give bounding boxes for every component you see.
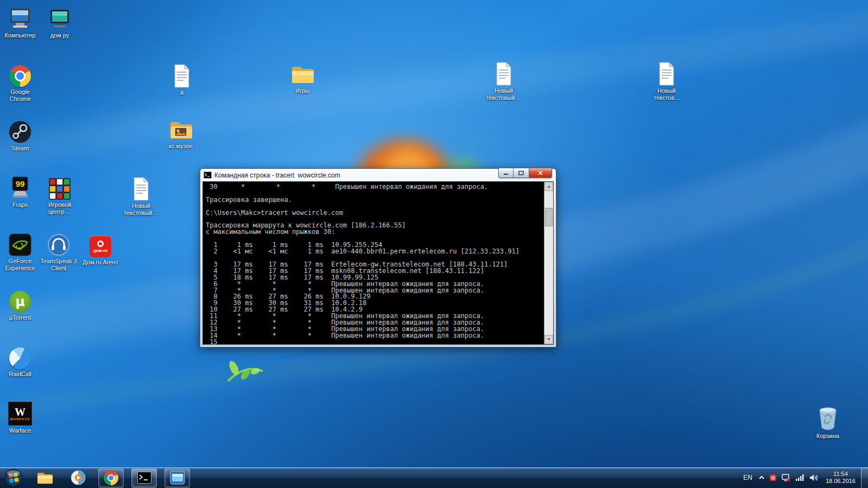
desktop-icon-label: Корзина [808,433,847,440]
taskbar: EN 11:54 18.06.2016 [0,467,868,488]
fraps-99-text: 99 [16,179,25,188]
desktop-icon-label: TeamSpeak 3 Client [39,258,78,272]
raidcall-icon [1,342,40,369]
desktop-icon-computer[interactable]: Компьютер [1,3,40,39]
cmd-window: Командная строка - tracert wowcircle.com… [200,168,556,347]
desktop-icon-label: Новый текстов... [647,87,686,102]
text-file-icon [162,61,201,88]
desktop-icon-label: Новый текстовый ... [122,202,161,217]
clock-date: 18.06.2016 [826,478,856,485]
desktop-icon-label: Новый текстовый ... [484,87,523,102]
teamspeak-icon [39,229,78,256]
warface-icon: WWARFACE [1,398,40,426]
desktop-icon-label: Fraps [1,201,40,208]
cmd-icon [137,472,151,484]
maximize-button[interactable] [514,168,529,178]
window-title: Командная строка - tracert wowcircle.com [214,172,340,179]
taskbar-media-player-button[interactable] [65,468,91,487]
warface-wordmark: WARFACE [10,417,30,421]
desktop-icon-teamspeak[interactable]: TeamSpeak 3 Client [39,229,78,272]
clock[interactable]: 11:54 18.06.2016 [820,471,861,485]
folder-with-picture-icon [161,114,200,141]
signal-bars-icon [795,474,804,481]
desktop-icon-game-center[interactable]: Игровой центр ... [40,173,79,216]
fraps-icon: 99 [1,173,40,200]
chrome-icon [104,471,118,485]
desktop-icon-label: Warface [1,427,40,434]
desktop-icon-domru[interactable]: дом ру [40,3,79,39]
desktop-icon-recycle-bin[interactable]: Корзина [808,404,847,440]
desktop-icon-domru-agent[interactable]: дом.ru Дом.ru Агент [81,230,120,266]
desktop-icon-label: µTorrent [1,314,40,321]
tray-domru-agent[interactable] [767,467,779,488]
media-player-icon [71,470,86,485]
close-button[interactable] [529,168,552,178]
console-output[interactable]: 30 * * * Превышен интервал ожидания для … [203,182,544,344]
desktop-icon-ks-muzon-folder[interactable]: кс музон [161,114,200,150]
taskbar-app-window-button[interactable] [164,468,190,487]
taskbar-explorer-button[interactable] [32,468,58,487]
network-error-icon [781,473,791,482]
show-desktop-button[interactable] [861,467,868,488]
taskbar-chrome-button[interactable] [98,468,124,487]
language-indicator[interactable]: EN [739,474,756,481]
red-app-icon [769,474,777,481]
desktop-icon-label: Google Chrome [1,88,40,103]
desktop-icon-label: Steam [1,145,40,152]
taskbar-cmd-button[interactable] [131,468,157,487]
desktop-icon-label: дом ру [40,32,79,39]
desktop-icon-raidcall[interactable]: RaidCall [1,342,40,378]
desktop-icon-label: кс музон [161,143,200,150]
desktop-icon-games-folder[interactable]: Игры [283,59,322,94]
app-window-icon [170,471,185,485]
desktop-icon-new-text-file[interactable]: Новый текстовый ... [484,59,523,102]
desktop-icon-warface[interactable]: WWARFACE Warface [1,398,40,434]
desktop-icon-geforce[interactable]: GeForce Experience [1,229,40,272]
geforce-icon [1,229,40,256]
desktop: Компьютер дом ру Google Chrome й Игры Но… [0,0,868,488]
tray-network[interactable] [779,467,793,488]
console-scrollbar[interactable] [544,182,553,344]
domru-agent-icon: дом.ru [81,230,120,257]
text-file-icon [484,59,523,86]
utorrent-mu-glyph: µ [9,291,31,313]
cmd-icon [204,172,212,179]
tray-volume[interactable] [807,467,820,488]
minimize-button[interactable] [498,168,514,178]
desktop-icon-label: Игры [283,87,322,94]
desktop-icon-label: GeForce Experience [1,258,40,272]
warface-w-glyph: W [15,407,26,417]
desktop-icon-new-text-file-2[interactable]: Новый текстов... [647,59,686,102]
tray-expand-chevron[interactable] [756,467,767,488]
desktop-icon-text-file-y[interactable]: й [162,61,201,97]
desktop-icon-label: RaidCall [1,371,40,378]
cmd-window-titlebar[interactable]: Командная строка - tracert wowcircle.com [200,169,556,181]
utorrent-icon: µ [1,286,40,313]
rubiks-cube-icon [40,173,79,200]
system-tray: EN 11:54 18.06.2016 [739,467,868,488]
domru-tv-icon [40,3,79,30]
tray-signal[interactable] [793,467,807,488]
desktop-icon-new-text-file-3[interactable]: Новый текстовый ... [122,174,161,217]
start-button[interactable] [3,467,24,488]
scroll-down-arrow[interactable] [544,335,553,344]
scroll-up-arrow[interactable] [544,182,553,191]
desktop-icon-fraps[interactable]: 99 Fraps [1,173,40,208]
folder-icon [283,59,322,86]
desktop-icon-label: Игровой центр ... [40,201,79,216]
desktop-icon-label: Компьютер [1,32,40,39]
desktop-icon-utorrent[interactable]: µ µTorrent [1,286,40,321]
windows-logo-icon [4,468,23,487]
clock-time: 11:54 [826,471,856,478]
chrome-icon [1,60,40,87]
speaker-icon [809,474,818,481]
text-file-icon [647,59,686,86]
scrollbar-thumb[interactable] [545,208,553,226]
chevron-up-icon [758,476,765,480]
desktop-icon-label: Дом.ru Агент [81,259,120,266]
desktop-icon-chrome[interactable]: Google Chrome [1,60,40,103]
explorer-folder-icon [36,471,54,485]
desktop-icon-label: й [162,90,201,97]
desktop-icon-steam[interactable]: Steam [1,116,40,152]
domru-agent-icon-text: дом.ru [93,248,107,253]
